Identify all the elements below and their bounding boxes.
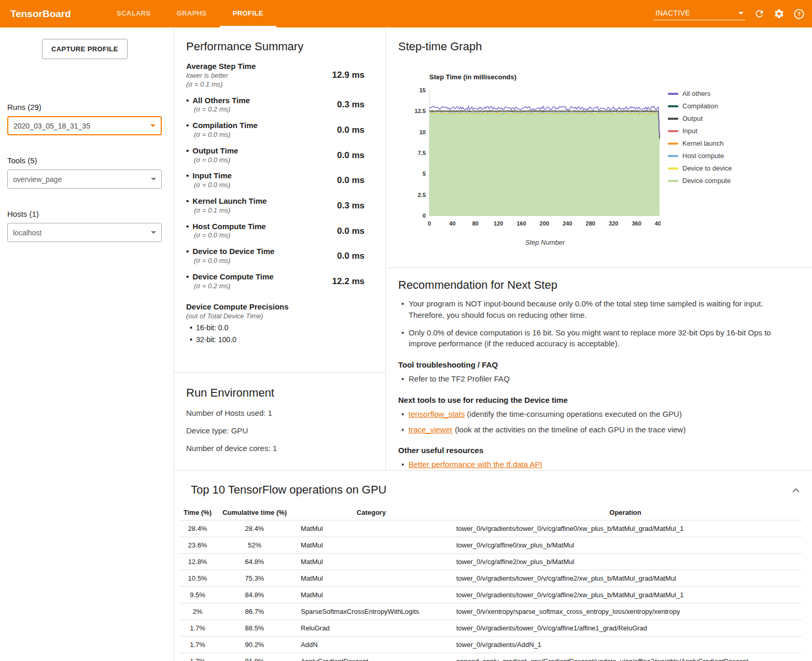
bullet-icon: • [186, 146, 189, 155]
time-cell: 12.8% [179, 554, 216, 570]
svg-text:240: 240 [563, 220, 572, 227]
svg-text:7.5: 7.5 [418, 150, 426, 156]
table-row: 9.5%84.8%MatMultower_0/v/gradients/tower… [179, 587, 802, 603]
top-ops-title: Top 10 TensorFlow operations on GPU [191, 483, 386, 497]
metric-value: 0.0 ms [337, 251, 365, 261]
gear-icon [774, 8, 785, 19]
runs-label: Runs (29) [7, 103, 166, 111]
operation-cell: append_apply_gradient_ops/GradientDescen… [449, 653, 802, 661]
column-header: Operation [449, 505, 802, 521]
tool-link-item: tensorflow_stats (identify the time-cons… [398, 409, 781, 420]
legend-item: Device to device [668, 164, 732, 172]
metric-sigma: (σ = 0.1 ms) [186, 206, 337, 215]
cumulative-cell: 28.4% [216, 521, 293, 537]
tensorflow_stats-link[interactable]: tensorflow_stats [409, 410, 465, 418]
run-env-line: Device type: GPU [186, 426, 373, 435]
refresh-button[interactable] [754, 8, 765, 19]
trace_viewer-link[interactable]: trace_viewer [409, 425, 453, 434]
chevron-up-icon [792, 488, 800, 493]
svg-text:2.5: 2.5 [418, 192, 426, 198]
tool-link-description: (identify the time-consuming operations … [465, 410, 682, 418]
chart-block: Step Time (in milliseconds) 02.557.51012… [412, 73, 661, 246]
metric-note: lower is better [186, 72, 332, 80]
chevron-down-icon [738, 12, 744, 15]
metric-label: Device Compute Time [192, 272, 273, 281]
run-environment-lines: Number of Hosts used: 1Device type: GPUN… [186, 409, 373, 453]
svg-text:160: 160 [516, 220, 526, 227]
legend-label: Device compute [682, 177, 731, 185]
faq-item: Refer to the TF2 Profiler FAQ [398, 373, 781, 385]
bullet-icon: • [186, 247, 189, 256]
capture-profile-button[interactable]: CAPTURE PROFILE [42, 39, 128, 59]
category-cell: AddN [293, 637, 449, 653]
legend-label: Device to device [682, 164, 732, 172]
category-cell: ApplyGradientDescent [293, 653, 449, 661]
svg-text:12.5: 12.5 [415, 108, 426, 114]
column-header: Cumulative time (%) [216, 505, 293, 521]
metric-sigma: (σ = 0.0 ms) [186, 156, 337, 165]
svg-text:80: 80 [472, 220, 479, 227]
svg-text:320: 320 [609, 220, 618, 227]
metric-label: Average Step Time [186, 62, 332, 72]
top-ops-table: Time (%)Cumulative time (%)CategoryOpera… [179, 505, 802, 661]
time-cell: 1.7% [179, 653, 216, 661]
perf-metric-row: •Host Compute Time(σ = 0.0 ms)0.0 ms [186, 222, 365, 241]
metric-value: 12.2 ms [332, 276, 365, 287]
table-row: 1.7%91.9%ApplyGradientDescentappend_appl… [179, 653, 802, 661]
help-icon: ? [793, 8, 805, 20]
operation-cell: tower_0/v/xentropy/sparse_softmax_cross_… [449, 603, 802, 620]
tools-select[interactable]: overview_page [7, 170, 162, 189]
runs-select[interactable]: 2020_03_05_18_31_35 [7, 116, 162, 135]
chevron-down-icon [150, 124, 156, 127]
top-app-bar: TensorBoard SCALARSGRAPHSPROFILE INACTIV… [0, 0, 812, 27]
reload-status-dropdown[interactable]: INACTIVE [654, 7, 745, 20]
sidebar: CAPTURE PROFILE Runs (29) 2020_03_05_18_… [0, 27, 174, 661]
help-button[interactable]: ? [793, 8, 805, 20]
metric-sigma: (σ = 0.2 ms) [186, 282, 332, 291]
bullet-icon: • [190, 324, 192, 332]
settings-button[interactable] [774, 8, 785, 19]
bullet-icon: • [186, 196, 189, 205]
svg-text:15: 15 [419, 87, 426, 93]
perf-metric-list: •All Others Time(σ = 0.2 ms)0.3 ms•Compi… [186, 96, 365, 291]
hosts-select[interactable]: localhost [7, 223, 162, 242]
run-environment-title: Run Environment [186, 386, 373, 400]
tfdata-performance-link[interactable]: Better performance with the tf.data API [409, 460, 542, 469]
category-cell: MatMul [293, 554, 449, 570]
cumulative-cell: 91.9% [216, 653, 293, 661]
run-env-line: Number of device cores: 1 [186, 444, 373, 453]
performance-summary-panel: Performance Summary Average Step Time lo… [174, 27, 385, 373]
tab-profile[interactable]: PROFILE [220, 0, 276, 27]
metric-sigma: (σ = 0.0 ms) [186, 257, 337, 265]
precisions-list: •16-bit: 0.0•32-bit: 100.0 [186, 324, 365, 344]
chevron-down-icon [151, 178, 156, 180]
svg-text:?: ? [797, 11, 801, 17]
tab-scalars[interactable]: SCALARS [104, 0, 164, 27]
precisions-subtitle: (out of Total Device Time) [186, 312, 365, 320]
operation-cell: tower_0/v/gradients/AddN_1 [449, 637, 802, 653]
tools-label: Tools (5) [7, 156, 166, 165]
category-cell: MatMul [293, 587, 449, 603]
collapse-section-button[interactable] [790, 486, 802, 495]
svg-text:280: 280 [586, 220, 595, 227]
perf-metric-row: •Input Time(σ = 0.0 ms)0.0 ms [186, 171, 365, 190]
metric-sigma: (σ = 0.0 ms) [186, 131, 337, 139]
nav-tabs: SCALARSGRAPHSPROFILE [104, 0, 276, 27]
cumulative-cell: 86.7% [216, 603, 293, 620]
svg-text:200: 200 [540, 220, 549, 227]
legend-label: Host compute [682, 152, 724, 160]
category-cell: ReluGrad [293, 620, 449, 637]
operation-cell: tower_0/v/gradients/tower_0/v/cg/affine0… [449, 521, 802, 537]
tab-graphs[interactable]: GRAPHS [164, 0, 220, 27]
table-row: 10.5%75.3%MatMultower_0/v/gradients/towe… [179, 570, 802, 587]
metric-value: 0.3 ms [337, 201, 365, 211]
recommendation-bullet: Only 0.0% of device computation is 16 bi… [398, 327, 781, 350]
cumulative-cell: 84.8% [216, 587, 293, 603]
time-cell: 28.4% [179, 521, 216, 537]
operation-cell: tower_0/v/gradients/tower_0/v/cg/affine1… [449, 620, 802, 637]
cumulative-cell: 75.3% [216, 570, 293, 587]
svg-text:5: 5 [423, 171, 426, 177]
legend-swatch [668, 93, 678, 95]
cumulative-cell: 64.8% [216, 554, 293, 570]
table-row: 28.4%28.4%MatMultower_0/v/gradients/towe… [179, 521, 802, 537]
